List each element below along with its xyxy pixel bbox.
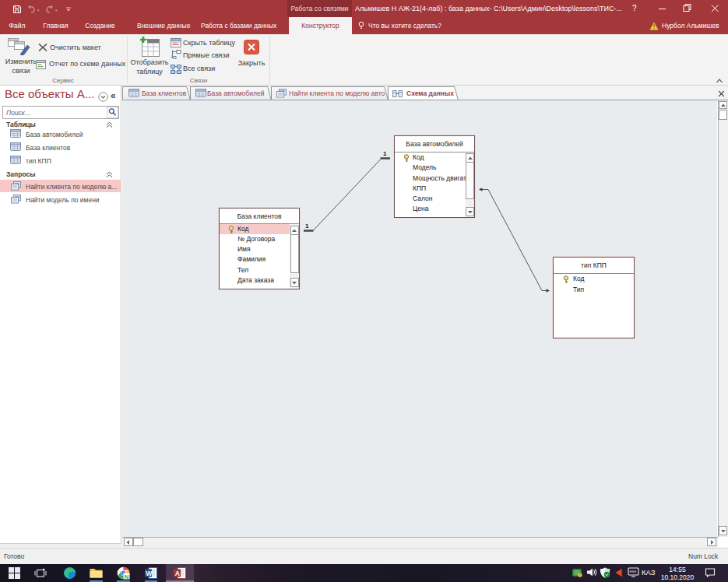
svg-text:W: W	[146, 570, 153, 577]
svg-text:1: 1	[305, 223, 309, 230]
svg-text:A: A	[175, 570, 180, 577]
svg-text:1: 1	[383, 150, 387, 157]
svg-text:ENG: ENG	[630, 570, 637, 573]
svg-text:N: N	[125, 573, 129, 580]
